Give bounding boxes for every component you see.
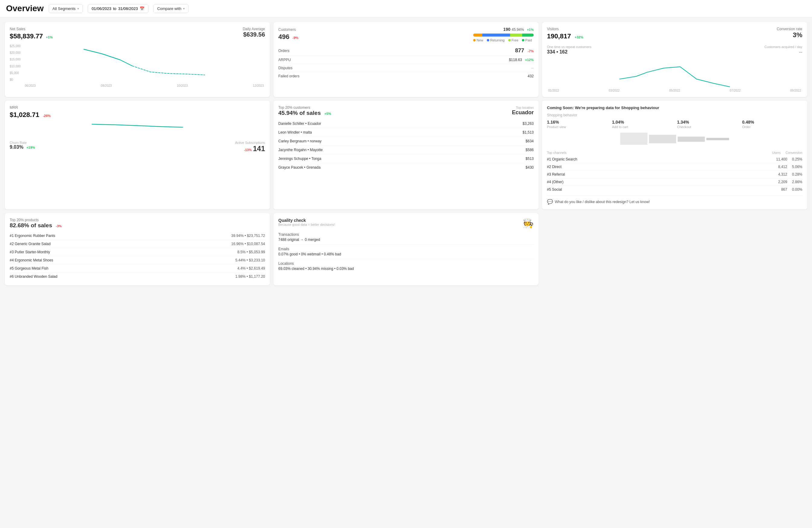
date-separator: to (113, 6, 116, 11)
y-label-1: $5,000 (10, 71, 23, 75)
active-value: 141 (253, 144, 265, 153)
customer-val-0: $3,263 (522, 122, 534, 126)
shopping-card: Coming Soon: We're preparing data for Sh… (542, 101, 807, 210)
failed-orders-value: 432 (528, 74, 534, 78)
ch-name-2: Referral (552, 172, 565, 176)
quality-emails-value: 0.07% good • 0% webmail • 0.48% bad (278, 252, 534, 256)
repeat-label: One time vs repeat customers (547, 45, 591, 49)
funnel-metrics: 1.16% Product view 1.04% Add to cart 1.3… (547, 120, 802, 129)
quality-transactions-label: Transactions (278, 232, 534, 237)
v-x-0: 01/2022 (548, 89, 559, 92)
quality-subtitle: Because good data = better decisions! (278, 223, 335, 226)
quality-card: Quality check Because good data = better… (274, 213, 538, 285)
prod-name-3: #4 Ergonomic Metal Shoes (10, 258, 53, 262)
v-x-3: 07/2022 (730, 89, 741, 92)
daily-avg-label: Daily Average (243, 27, 265, 31)
y-label-3: $15,000 (10, 58, 23, 61)
prod-name-0: #1 Ergonomic Rubber Pants (10, 234, 55, 238)
date-from: 01/06/2023 (91, 6, 111, 11)
disputes-value: -- (531, 66, 534, 70)
top-customers-pct: 45.94% of sales (278, 110, 321, 116)
funnel-lbl-0: Product view (547, 125, 607, 129)
funnel-lbl-1: Add to cart (612, 125, 672, 129)
compare-dropdown[interactable]: Compare with ▾ (153, 4, 189, 13)
funnel-item-2: 1.34% Checkout (677, 120, 737, 129)
y-label-2: $10,000 (10, 65, 23, 68)
prod-detail-4: 4.4% • $2,619.49 (237, 266, 265, 271)
customer-val-5: $430 (525, 165, 534, 170)
customer-val-1: $1,513 (522, 130, 534, 134)
ch-name-4: Social (552, 187, 562, 191)
customer-name-2: Carley Bergnaum • norway (278, 139, 321, 143)
quality-row-locations: Locations 69.03% cleaned • 30.94% missin… (278, 259, 534, 273)
top-location-value: Ecuador (512, 110, 534, 116)
funnel-lbl-2: Checkout (677, 125, 737, 129)
channels-conv-label: Conversion (785, 151, 802, 154)
orders-label: Orders (278, 49, 290, 53)
quality-locations-label: Locations (278, 261, 534, 266)
feedback-text: What do you like / dislike about this re… (555, 200, 650, 204)
ch-users-1: 8,412 (778, 165, 787, 169)
ch-conv-2: 0.28% (792, 172, 802, 176)
chevron-down-icon: ▾ (77, 7, 79, 10)
arppu-value: $118.63 (509, 58, 522, 62)
visitors-card: Visitors 190,817 +32% Conversion rate 3%… (542, 22, 807, 97)
churn-label: Churn Rate (10, 141, 35, 144)
products-card: Top 20% products 82.68% of sales -3% #1 … (5, 213, 270, 285)
segment-label: All Segments (53, 6, 76, 11)
ch-rank-0: #1 (547, 157, 551, 161)
channel-row-3: #4 (Other) 2,209 2.86% (547, 178, 802, 186)
customer-name-3: Jacynthe Rogahn • Mayotte (278, 148, 323, 152)
funnel-pct-2: 1.34% (677, 120, 737, 125)
products-badge: -3% (56, 224, 62, 228)
list-item: Carley Bergnaum • norway $634 (278, 137, 534, 146)
products-pct: 82.68% of sales (10, 222, 52, 229)
x-label-0: 06/2023 (25, 84, 36, 87)
chevron-down-icon-2: ▾ (183, 7, 185, 10)
feedback-section[interactable]: 💬 What do you like / dislike about this … (547, 196, 802, 204)
top-customers-card: Top 20% customers 45.94% of sales +5% To… (274, 101, 538, 210)
date-to: 31/08/2023 (118, 6, 138, 11)
ch-name-3: (Other) (552, 180, 564, 184)
prod-detail-2: 8.5% • $5,053.99 (237, 250, 265, 254)
orders-value: 877 (515, 47, 524, 54)
list-item: #4 Ergonomic Metal Shoes 5.44% • $3,233.… (10, 256, 265, 265)
list-item: #5 Gorgeous Metal Fish 4.4% • $2,619.49 (10, 265, 265, 273)
list-item: #6 Unbranded Wooden Salad 1.98% • $1,177… (10, 273, 265, 281)
funnel-item-3: 0.48% Order (742, 120, 802, 129)
conv-rate-label: Conversion rate (777, 27, 802, 31)
customer-name-4: Jennings Schuppe • Tonga (278, 157, 321, 161)
failed-orders-label: Failed orders (278, 74, 300, 78)
ch-users-0: 11,400 (776, 157, 787, 161)
products-label: Top 20% products (10, 218, 265, 222)
mrr-badge: -26% (43, 114, 51, 117)
legend-free: Free (512, 38, 519, 42)
bar-top-pct: 45.94% (512, 28, 524, 32)
y-label-0: $0 (10, 78, 23, 81)
v-x-4: 09/2022 (790, 89, 801, 92)
customer-val-3: $586 (525, 148, 534, 152)
ch-rank-3: #4 (547, 180, 551, 184)
top-customers-label: Top 20% customers (278, 105, 331, 110)
bar-top-badge: +1% (527, 28, 534, 31)
ch-name-1: Direct (552, 165, 562, 169)
ch-users-4: 867 (781, 187, 787, 191)
list-item: #2 Generic Granite Salad 16.96% • $10,08… (10, 240, 265, 248)
ch-conv-4: 0.00% (792, 187, 802, 191)
quality-label: Quality check (278, 218, 335, 223)
y-label-4: $20,000 (10, 51, 23, 54)
mrr-chart (10, 121, 265, 136)
page-title: Overview (6, 4, 44, 13)
active-label: Active Subscriptions (235, 141, 265, 144)
funnel-pct-3: 0.48% (742, 120, 802, 125)
legend-paid: Paid (525, 38, 532, 42)
channel-row-2: #3 Referral 4,312 0.28% (547, 171, 802, 178)
calendar-icon: 📅 (140, 6, 144, 11)
ch-users-2: 4,312 (778, 172, 787, 176)
segment-dropdown[interactable]: All Segments ▾ (49, 4, 83, 13)
bar-top-num: 190 (504, 27, 510, 32)
date-range-picker[interactable]: 01/06/2023 to 31/08/2023 📅 (88, 4, 148, 13)
list-item: #1 Ergonomic Rubber Pants 39.94% • $23,7… (10, 232, 265, 240)
churn-badge: +19% (26, 146, 35, 149)
mrr-value: $1,028.71 (10, 111, 39, 119)
